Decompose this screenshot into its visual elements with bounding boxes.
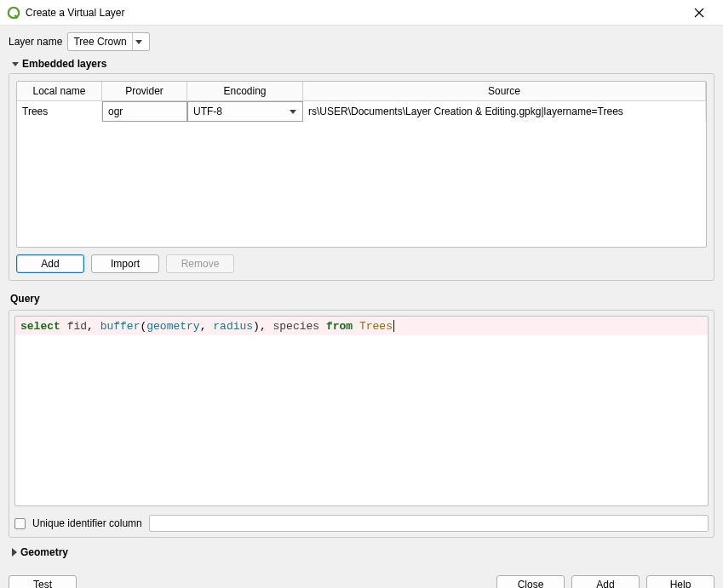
query-editor[interactable]: select fid, buffer(geometry, radius), sp… [14, 316, 709, 506]
cell-encoding[interactable]: UTF-8 [187, 101, 303, 122]
uid-row: Unique identifier column [14, 515, 709, 532]
title-bar: Create a Virtual Layer [0, 0, 723, 26]
close-button[interactable] [682, 0, 716, 26]
close-icon [694, 8, 704, 18]
chevron-down-icon [290, 110, 296, 114]
table-row[interactable]: Trees ogr UTF-8 rs\USER\Documents\Layer … [17, 101, 706, 122]
table-body: Trees ogr UTF-8 rs\USER\Documents\Layer … [17, 101, 706, 247]
dialog-content: Layer name Tree Crown Embedded layers Lo… [0, 26, 723, 588]
embedded-layers-panel: Local name Provider Encoding Source Tree… [9, 73, 714, 281]
col-encoding[interactable]: Encoding [187, 82, 303, 101]
ident-species: species [273, 320, 320, 333]
uid-label: Unique identifier column [32, 517, 142, 529]
cell-provider-value: ogr [108, 106, 123, 117]
layer-name-arrow[interactable] [132, 33, 146, 50]
embedded-add-button[interactable]: Add [16, 254, 84, 273]
query-line-1: select fid, buffer(geometry, radius), sp… [15, 317, 708, 335]
geometry-title: Geometry [20, 546, 68, 558]
embedded-layers-toggle[interactable]: Embedded layers [12, 58, 714, 70]
text-caret [393, 320, 394, 332]
layer-name-combo[interactable]: Tree Crown [67, 32, 149, 51]
window-title: Create a Virtual Layer [26, 7, 682, 19]
chevron-down-icon [12, 62, 19, 66]
embedded-buttons: Add Import Remove [16, 254, 707, 273]
layer-name-row: Layer name Tree Crown [9, 32, 714, 51]
fn-buffer: buffer [100, 320, 141, 333]
encoding-dropdown-arrow[interactable] [287, 102, 299, 121]
layer-name-label: Layer name [9, 36, 62, 48]
close-button-bottom[interactable]: Close [496, 575, 565, 588]
embedded-import-button[interactable]: Import [91, 254, 159, 273]
chevron-right-icon [12, 548, 17, 557]
ident-geometry: geometry [146, 320, 199, 333]
col-provider[interactable]: Provider [102, 82, 187, 101]
kw-from: from [326, 320, 353, 333]
add-button-bottom[interactable]: Add [571, 575, 640, 588]
col-local-name[interactable]: Local name [17, 82, 102, 101]
bottom-button-bar: Test Close Add Help [9, 575, 714, 588]
app-icon [7, 6, 20, 20]
table-header: Local name Provider Encoding Source [17, 82, 706, 101]
cell-source[interactable]: rs\USER\Documents\Layer Creation & Editi… [303, 101, 706, 122]
cell-encoding-value: UTF-8 [193, 106, 222, 117]
cell-local-name[interactable]: Trees [17, 101, 102, 122]
ident-radius: radius [213, 320, 253, 333]
uid-checkbox[interactable] [14, 518, 26, 529]
chevron-down-icon [135, 40, 142, 44]
embedded-remove-button: Remove [166, 254, 234, 273]
embedded-layers-table: Local name Provider Encoding Source Tree… [16, 81, 707, 248]
query-label: Query [10, 293, 714, 305]
ident-trees: Trees [359, 320, 393, 333]
query-panel: select fid, buffer(geometry, radius), sp… [9, 310, 714, 538]
layer-name-value: Tree Crown [73, 36, 126, 48]
cell-provider[interactable]: ogr [102, 101, 187, 122]
test-button[interactable]: Test [9, 575, 77, 588]
uid-input[interactable] [149, 515, 709, 532]
col-source[interactable]: Source [303, 82, 706, 101]
geometry-toggle[interactable]: Geometry [12, 546, 714, 558]
kw-select: select [20, 320, 60, 333]
ident-fid: fid [67, 320, 87, 333]
embedded-layers-title: Embedded layers [22, 58, 106, 70]
help-button[interactable]: Help [646, 575, 714, 588]
